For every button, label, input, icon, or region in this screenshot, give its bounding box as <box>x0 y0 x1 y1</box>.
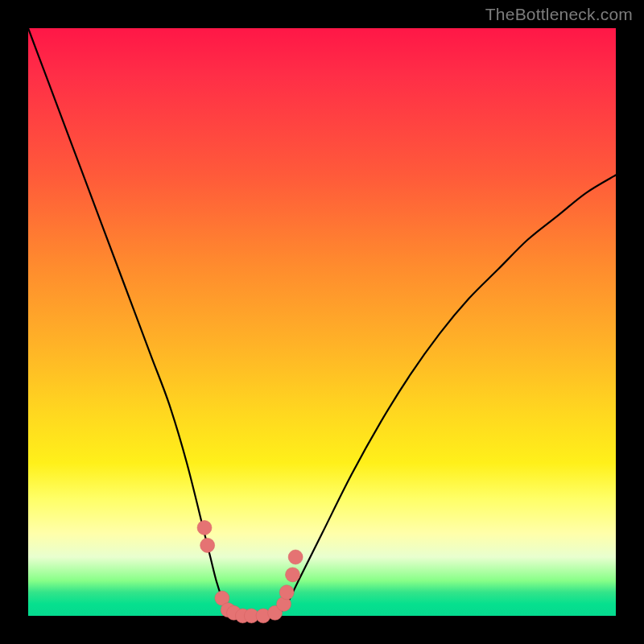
data-marker <box>200 538 215 552</box>
curve-layer <box>28 28 616 617</box>
plot-area <box>28 28 616 616</box>
curve-svg <box>28 28 616 616</box>
data-marker <box>288 550 303 564</box>
data-marker <box>286 568 300 582</box>
bottleneck-curve <box>28 28 616 617</box>
watermark-text: TheBottleneck.com <box>485 5 633 24</box>
chart-frame: TheBottleneck.com <box>0 0 644 644</box>
data-marker <box>279 585 294 600</box>
data-marker <box>197 521 212 535</box>
